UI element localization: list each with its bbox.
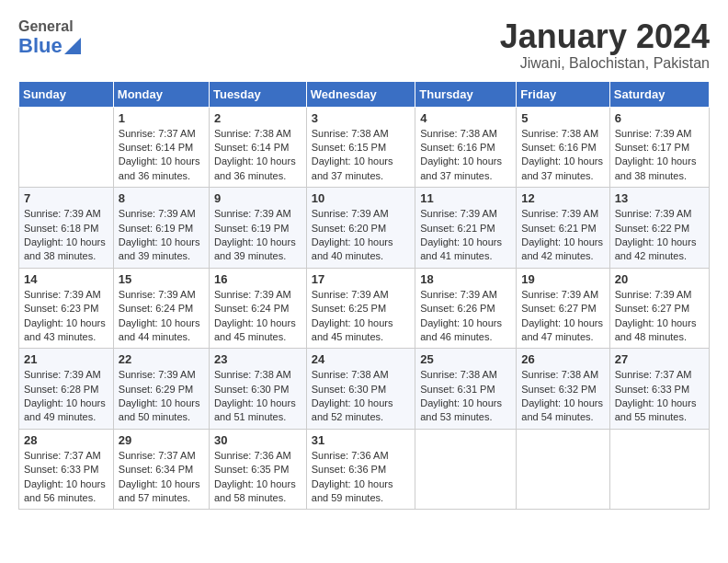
calendar-cell: 22Sunrise: 7:39 AMSunset: 6:29 PMDayligh… <box>113 349 209 430</box>
day-info: Sunrise: 7:38 AMSunset: 6:16 PMDaylight:… <box>521 127 604 184</box>
day-number: 25 <box>420 352 511 366</box>
svg-marker-0 <box>64 38 81 54</box>
day-info: Sunrise: 7:36 AMSunset: 6:35 PMDaylight:… <box>214 449 301 506</box>
day-info: Sunrise: 7:38 AMSunset: 6:16 PMDaylight:… <box>420 127 511 184</box>
day-info: Sunrise: 7:39 AMSunset: 6:23 PMDaylight:… <box>24 288 108 345</box>
day-number: 18 <box>420 272 511 286</box>
day-info: Sunrise: 7:39 AMSunset: 6:28 PMDaylight:… <box>24 368 108 425</box>
day-info: Sunrise: 7:39 AMSunset: 6:26 PMDaylight:… <box>420 288 511 345</box>
calendar-cell: 25Sunrise: 7:38 AMSunset: 6:31 PMDayligh… <box>415 349 517 430</box>
logo-general-text: General <box>18 18 81 35</box>
page-title: January 2024 <box>500 18 710 55</box>
day-info: Sunrise: 7:39 AMSunset: 6:20 PMDaylight:… <box>312 207 410 264</box>
day-info: Sunrise: 7:38 AMSunset: 6:31 PMDaylight:… <box>420 368 511 425</box>
header-row: SundayMondayTuesdayWednesdayThursdayFrid… <box>19 81 710 107</box>
day-info: Sunrise: 7:38 AMSunset: 6:14 PMDaylight:… <box>214 127 301 184</box>
calendar-cell: 20Sunrise: 7:39 AMSunset: 6:27 PMDayligh… <box>609 268 709 349</box>
header-sunday: Sunday <box>19 81 114 107</box>
day-info: Sunrise: 7:38 AMSunset: 6:30 PMDaylight:… <box>312 368 410 425</box>
day-number: 27 <box>615 352 704 366</box>
day-info: Sunrise: 7:38 AMSunset: 6:15 PMDaylight:… <box>312 127 410 184</box>
week-row-3: 21Sunrise: 7:39 AMSunset: 6:28 PMDayligh… <box>19 349 710 430</box>
day-number: 3 <box>312 111 410 125</box>
logo-blue-text: Blue <box>18 35 81 57</box>
day-number: 12 <box>521 191 604 205</box>
calendar-cell: 8Sunrise: 7:39 AMSunset: 6:19 PMDaylight… <box>113 188 209 269</box>
calendar-cell: 24Sunrise: 7:38 AMSunset: 6:30 PMDayligh… <box>306 349 415 430</box>
calendar-cell: 10Sunrise: 7:39 AMSunset: 6:20 PMDayligh… <box>306 188 415 269</box>
calendar-cell: 26Sunrise: 7:38 AMSunset: 6:32 PMDayligh… <box>517 349 609 430</box>
week-row-2: 14Sunrise: 7:39 AMSunset: 6:23 PMDayligh… <box>19 268 710 349</box>
day-number: 16 <box>214 272 301 286</box>
calendar-cell: 12Sunrise: 7:39 AMSunset: 6:21 PMDayligh… <box>517 188 609 269</box>
day-number: 9 <box>214 191 301 205</box>
day-info: Sunrise: 7:38 AMSunset: 6:32 PMDaylight:… <box>521 368 604 425</box>
day-info: Sunrise: 7:36 AMSunset: 6:36 PMDaylight:… <box>312 449 410 506</box>
week-row-4: 28Sunrise: 7:37 AMSunset: 6:33 PMDayligh… <box>19 429 710 510</box>
calendar-cell: 28Sunrise: 7:37 AMSunset: 6:33 PMDayligh… <box>19 429 114 510</box>
day-info: Sunrise: 7:39 AMSunset: 6:18 PMDaylight:… <box>24 207 108 264</box>
day-number: 8 <box>119 191 204 205</box>
calendar-cell: 6Sunrise: 7:39 AMSunset: 6:17 PMDaylight… <box>609 107 709 188</box>
logo: General Blue <box>18 18 81 57</box>
day-number: 29 <box>119 433 204 447</box>
day-number: 11 <box>420 191 511 205</box>
title-area: January 2024 Jiwani, Balochistan, Pakist… <box>500 18 710 72</box>
day-info: Sunrise: 7:38 AMSunset: 6:30 PMDaylight:… <box>214 368 301 425</box>
header-monday: Monday <box>113 81 209 107</box>
day-number: 31 <box>312 433 410 447</box>
day-info: Sunrise: 7:39 AMSunset: 6:21 PMDaylight:… <box>420 207 511 264</box>
day-info: Sunrise: 7:37 AMSunset: 6:14 PMDaylight:… <box>119 127 204 184</box>
calendar-cell: 17Sunrise: 7:39 AMSunset: 6:25 PMDayligh… <box>306 268 415 349</box>
day-number: 10 <box>312 191 410 205</box>
header-thursday: Thursday <box>415 81 517 107</box>
calendar-cell: 11Sunrise: 7:39 AMSunset: 6:21 PMDayligh… <box>415 188 517 269</box>
day-number: 24 <box>312 352 410 366</box>
day-info: Sunrise: 7:37 AMSunset: 6:33 PMDaylight:… <box>615 368 704 425</box>
day-info: Sunrise: 7:39 AMSunset: 6:21 PMDaylight:… <box>521 207 604 264</box>
calendar-cell <box>609 429 709 510</box>
day-number: 26 <box>521 352 604 366</box>
day-info: Sunrise: 7:39 AMSunset: 6:24 PMDaylight:… <box>214 288 301 345</box>
day-info: Sunrise: 7:39 AMSunset: 6:19 PMDaylight:… <box>119 207 204 264</box>
day-number: 30 <box>214 433 301 447</box>
day-info: Sunrise: 7:39 AMSunset: 6:22 PMDaylight:… <box>615 207 704 264</box>
header-wednesday: Wednesday <box>306 81 415 107</box>
calendar-cell: 27Sunrise: 7:37 AMSunset: 6:33 PMDayligh… <box>609 349 709 430</box>
calendar-cell: 4Sunrise: 7:38 AMSunset: 6:16 PMDaylight… <box>415 107 517 188</box>
day-info: Sunrise: 7:37 AMSunset: 6:34 PMDaylight:… <box>119 449 204 506</box>
day-number: 14 <box>24 272 108 286</box>
day-number: 15 <box>119 272 204 286</box>
logo-icon <box>64 38 81 54</box>
day-number: 22 <box>119 352 204 366</box>
calendar-cell: 1Sunrise: 7:37 AMSunset: 6:14 PMDaylight… <box>113 107 209 188</box>
calendar-cell <box>415 429 517 510</box>
calendar-cell: 15Sunrise: 7:39 AMSunset: 6:24 PMDayligh… <box>113 268 209 349</box>
day-info: Sunrise: 7:39 AMSunset: 6:27 PMDaylight:… <box>521 288 604 345</box>
calendar-cell: 14Sunrise: 7:39 AMSunset: 6:23 PMDayligh… <box>19 268 114 349</box>
day-number: 21 <box>24 352 108 366</box>
calendar-cell: 21Sunrise: 7:39 AMSunset: 6:28 PMDayligh… <box>19 349 114 430</box>
day-number: 5 <box>521 111 604 125</box>
calendar-table: SundayMondayTuesdayWednesdayThursdayFrid… <box>18 81 710 511</box>
week-row-0: 1Sunrise: 7:37 AMSunset: 6:14 PMDaylight… <box>19 107 710 188</box>
day-info: Sunrise: 7:39 AMSunset: 6:25 PMDaylight:… <box>312 288 410 345</box>
calendar-cell: 29Sunrise: 7:37 AMSunset: 6:34 PMDayligh… <box>113 429 209 510</box>
day-number: 23 <box>214 352 301 366</box>
calendar-cell: 18Sunrise: 7:39 AMSunset: 6:26 PMDayligh… <box>415 268 517 349</box>
calendar-cell: 16Sunrise: 7:39 AMSunset: 6:24 PMDayligh… <box>209 268 306 349</box>
header-tuesday: Tuesday <box>209 81 306 107</box>
header-saturday: Saturday <box>609 81 709 107</box>
calendar-cell <box>517 429 609 510</box>
calendar-cell: 9Sunrise: 7:39 AMSunset: 6:19 PMDaylight… <box>209 188 306 269</box>
day-number: 4 <box>420 111 511 125</box>
day-info: Sunrise: 7:39 AMSunset: 6:27 PMDaylight:… <box>615 288 704 345</box>
day-number: 13 <box>615 191 704 205</box>
day-number: 28 <box>24 433 108 447</box>
calendar-cell: 30Sunrise: 7:36 AMSunset: 6:35 PMDayligh… <box>209 429 306 510</box>
day-info: Sunrise: 7:39 AMSunset: 6:29 PMDaylight:… <box>119 368 204 425</box>
day-number: 19 <box>521 272 604 286</box>
calendar-cell: 13Sunrise: 7:39 AMSunset: 6:22 PMDayligh… <box>609 188 709 269</box>
day-number: 7 <box>24 191 108 205</box>
day-number: 17 <box>312 272 410 286</box>
